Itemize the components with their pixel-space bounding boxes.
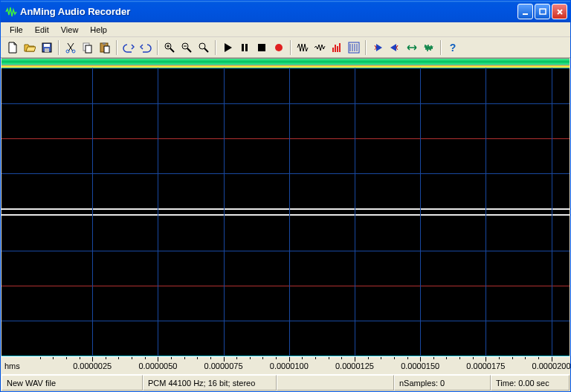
svg-rect-0 [523, 13, 528, 15]
wave-effect-button[interactable] [294, 39, 311, 56]
svg-rect-17 [258, 44, 265, 51]
svg-rect-16 [245, 44, 248, 51]
grid-vline [92, 68, 93, 356]
grid-vline [289, 68, 290, 356]
ruler-tick-minor [53, 357, 54, 359]
ruler-tick-minor [106, 357, 106, 359]
menu-edit[interactable]: Edit [29, 24, 55, 36]
redo-button[interactable] [137, 39, 154, 56]
wave-channel-left [1, 68, 570, 209]
grid-vline [224, 68, 225, 356]
svg-rect-20 [335, 45, 336, 52]
ruler-tick-minor [329, 357, 329, 359]
reverse-button[interactable] [369, 39, 386, 56]
paste-button[interactable] [96, 39, 113, 56]
new-button[interactable] [4, 39, 21, 56]
zoom-fit-button[interactable] [195, 39, 212, 56]
status-samples: nSamples: 0 [394, 375, 491, 391]
minimize-button[interactable] [517, 4, 533, 19]
open-button[interactable] [21, 39, 38, 56]
waveform-area[interactable] [1, 68, 570, 356]
ruler-tick-minor [459, 357, 460, 359]
zoom-out-button[interactable] [178, 39, 195, 56]
zero-line-right [1, 286, 570, 286]
svg-text:?: ? [449, 42, 456, 54]
noise-button[interactable] [420, 39, 437, 56]
pause-button[interactable] [236, 39, 253, 56]
ruler-tick-minor [368, 357, 369, 359]
ruler-tick-minor [512, 357, 513, 359]
ruler-tick-label: 0.0000125 [335, 362, 374, 370]
ruler-tick-minor [538, 357, 539, 359]
status-bar: New WAV file PCM 44100 Hz; 16 bit; stere… [1, 374, 570, 391]
ruler-tick-label: 0.0000075 [204, 362, 243, 370]
status-blank [277, 375, 394, 391]
svg-rect-22 [339, 43, 341, 52]
ruler-tick-label: 0.0000100 [270, 362, 309, 370]
position-strip[interactable] [1, 58, 570, 65]
ruler-tick-minor [171, 357, 172, 359]
ruler-tick-minor [433, 357, 434, 359]
ruler-tick-label: 0.0000050 [138, 362, 177, 370]
ruler-tick-minor [315, 357, 316, 359]
ruler-tick-minor [197, 357, 198, 359]
equalizer-button[interactable] [345, 39, 362, 56]
grid-vline [485, 68, 486, 356]
forward-button[interactable] [386, 39, 403, 56]
ruler-tick-minor [66, 357, 67, 359]
wave-channel-right [1, 215, 570, 356]
close-button[interactable] [552, 4, 567, 19]
ruler-tick-minor [525, 357, 526, 359]
save-button[interactable] [38, 39, 55, 56]
menu-bar: File Edit View Help [1, 22, 570, 37]
ruler-tick-minor [381, 357, 381, 359]
channel-divider [1, 209, 570, 215]
play-button[interactable] [219, 39, 236, 56]
cut-button[interactable] [62, 39, 79, 56]
ruler-tick-minor [407, 357, 408, 359]
svg-rect-19 [332, 48, 334, 52]
svg-point-18 [275, 44, 283, 51]
status-time: Time: 0.00 sec [491, 375, 570, 391]
grid-vline [420, 68, 421, 356]
ruler-tick-label: 0.0000150 [401, 362, 439, 370]
fade-effect-button[interactable] [311, 39, 328, 56]
maximize-button[interactable] [535, 4, 550, 19]
svg-rect-11 [104, 46, 109, 53]
ruler-tick-minor [302, 357, 303, 359]
record-button[interactable] [270, 39, 287, 56]
ruler-tick-minor [184, 357, 185, 359]
analyze-button[interactable] [328, 39, 345, 56]
ruler-tick-minor [341, 357, 342, 359]
zero-line-left [1, 138, 570, 139]
grid-hline [1, 321, 570, 321]
ruler-tick-minor [262, 357, 263, 359]
ruler-tick-label: 0.0000200 [532, 362, 571, 370]
ruler-tick-minor [473, 357, 474, 359]
ruler-unit-label: hms [4, 362, 20, 370]
ruler-tick-minor [80, 357, 80, 359]
ruler-tick-minor [499, 357, 500, 359]
toolbar: ? [1, 37, 570, 58]
ruler-tick-minor [250, 357, 251, 359]
undo-button[interactable] [120, 39, 137, 56]
stop-button[interactable] [253, 39, 270, 56]
help-button[interactable]: ? [444, 39, 461, 56]
zoom-in-button[interactable] [161, 39, 178, 56]
ruler-tick-minor [132, 357, 132, 359]
ruler-tick-minor [40, 357, 41, 359]
ruler-tick-minor [394, 357, 395, 359]
menu-view[interactable]: View [55, 24, 85, 36]
status-file: New WAV file [1, 375, 143, 391]
ruler-tick-minor [210, 357, 211, 359]
copy-button[interactable] [79, 39, 96, 56]
menu-help[interactable]: Help [84, 24, 113, 36]
ruler-tick-label: 0.0000025 [73, 362, 112, 370]
app-icon [5, 6, 17, 18]
svg-rect-8 [86, 45, 91, 53]
ruler-tick-minor [276, 357, 277, 359]
time-ruler[interactable]: hms 0.00000250.00000500.00000750.0000100… [1, 356, 570, 374]
stretch-button[interactable] [403, 39, 420, 56]
window-title: AnMing Audio Recorder [20, 6, 517, 17]
menu-file[interactable]: File [4, 24, 29, 36]
